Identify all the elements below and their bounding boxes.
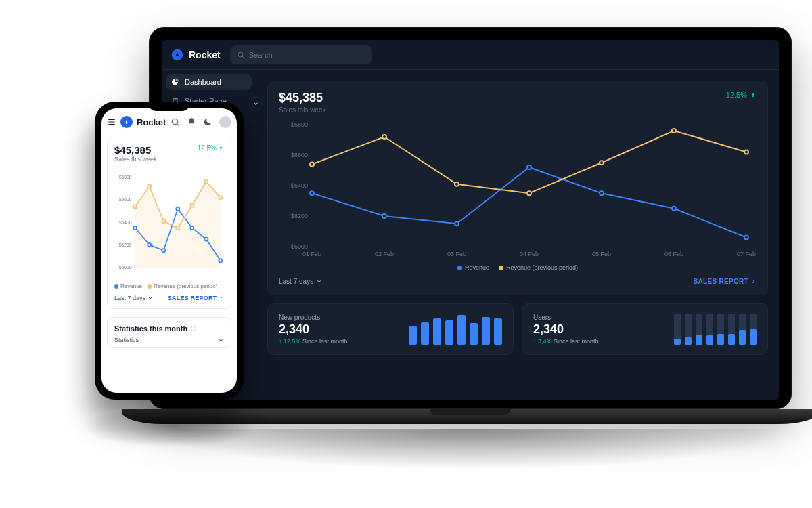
mobile-topbar: Rocket — [102, 108, 237, 133]
stats-row: New products 2,340 ↑ 12.5% Since last mo… — [267, 303, 768, 355]
chevron-down-icon — [148, 295, 153, 301]
mobile-statistics-card: Statistics this month Statistics — [107, 317, 231, 348]
sales-amount: $45,385 — [279, 91, 325, 105]
svg-text:$6800: $6800 — [291, 121, 308, 128]
sales-chart: $6000$6200$6400$6600$680001 Feb02 Feb03 … — [279, 119, 757, 261]
sales-report-link[interactable]: SALES REPORT — [168, 295, 224, 301]
svg-text:$6600: $6600 — [291, 152, 308, 158]
sidebar-collapse-button[interactable] — [249, 97, 263, 110]
svg-text:$6800: $6800 — [119, 175, 132, 179]
sales-report-link[interactable]: SALES REPORT — [694, 278, 757, 285]
svg-point-43 — [148, 184, 151, 188]
svg-point-25 — [527, 191, 531, 195]
stat-sub: ↑ 3,4% Since last month — [533, 338, 599, 345]
pie-icon — [171, 78, 179, 86]
search-icon[interactable] — [171, 117, 180, 127]
main: $45,385 Sales this week 12.5% $6000$6200… — [256, 70, 779, 400]
phone-screen: Rocket $45,385 Sales this week 12.5% — [102, 108, 237, 393]
range-select[interactable]: Last 7 days — [279, 278, 322, 285]
sidebar-item-label: Dashboard — [185, 78, 221, 86]
stats-select[interactable]: Statistics — [114, 337, 224, 343]
svg-point-41 — [219, 259, 222, 262]
bell-icon[interactable] — [187, 117, 196, 127]
brand[interactable]: Rocket — [171, 49, 221, 61]
chevron-down-icon — [218, 337, 224, 343]
phone-shadow — [81, 406, 257, 447]
svg-point-20 — [672, 207, 676, 211]
svg-text:03 Feb: 03 Feb — [447, 251, 466, 257]
svg-point-48 — [219, 196, 222, 199]
chevron-right-icon — [219, 295, 224, 300]
sales-delta: 12.5% — [198, 144, 224, 152]
sales-delta: 12.5% — [726, 91, 757, 99]
svg-point-22 — [310, 163, 314, 167]
svg-text:$6200: $6200 — [119, 242, 132, 247]
laptop-device: Rocket Search Dashboard Starter Page — [149, 27, 792, 470]
moon-icon[interactable] — [203, 117, 212, 127]
svg-point-17 — [455, 221, 459, 226]
svg-point-38 — [176, 207, 179, 211]
svg-point-40 — [204, 238, 208, 241]
brand-name: Rocket — [189, 49, 221, 60]
search-input[interactable]: Search — [230, 45, 372, 64]
laptop-screen: Rocket Search Dashboard Starter Page — [162, 40, 779, 400]
stat-title: New products — [279, 314, 348, 321]
phone-device: Rocket $45,385 Sales this week 12.5% — [95, 102, 244, 400]
svg-text:$6600: $6600 — [119, 197, 132, 202]
svg-point-28 — [744, 150, 748, 154]
svg-text:01 Feb: 01 Feb — [302, 251, 321, 257]
svg-point-42 — [133, 205, 137, 208]
svg-point-35 — [133, 226, 137, 230]
svg-point-19 — [600, 191, 604, 195]
sales-amount: $45,385 — [114, 144, 157, 156]
svg-point-16 — [382, 214, 386, 218]
svg-point-37 — [162, 249, 165, 252]
svg-text:$6000: $6000 — [291, 243, 308, 250]
legend-prev: Revenue (previous period) — [148, 283, 217, 289]
sidebar-item-dashboard[interactable]: Dashboard — [166, 74, 252, 90]
rocket-logo-icon — [171, 49, 183, 61]
arrow-up-icon — [218, 145, 224, 151]
chevron-down-icon — [316, 278, 322, 284]
svg-text:$6000: $6000 — [119, 265, 132, 270]
svg-point-47 — [204, 180, 208, 184]
users-card: Users 2,340 ↑ 3,4% Since last month — [522, 303, 768, 355]
chevron-down-icon — [252, 100, 259, 107]
svg-point-26 — [600, 161, 604, 165]
chevron-right-icon — [750, 278, 757, 284]
legend-prev: Revenue (previous period) — [499, 264, 578, 271]
svg-text:05 Feb: 05 Feb — [592, 251, 611, 257]
mobile-sales-chart: $6000$6200$6400$6600$6800 — [114, 165, 224, 280]
info-icon[interactable] — [190, 325, 197, 332]
brand-name: Rocket — [137, 117, 166, 127]
legend-revenue: Revenue — [457, 264, 489, 271]
rocket-logo-icon — [120, 116, 133, 128]
legend-revenue: Revenue — [114, 283, 142, 289]
svg-text:$6200: $6200 — [291, 213, 308, 219]
svg-point-29 — [172, 119, 177, 124]
svg-point-27 — [672, 129, 676, 133]
search-placeholder: Search — [249, 51, 273, 59]
menu-icon[interactable] — [107, 117, 116, 127]
svg-point-45 — [176, 226, 179, 230]
svg-point-44 — [162, 219, 165, 223]
stat-sub: ↑ 12.5% Since last month — [279, 338, 348, 345]
svg-point-15 — [310, 191, 314, 195]
avatar[interactable] — [219, 116, 231, 128]
users-sparkline — [674, 314, 757, 345]
mobile-legend: Revenue Revenue (previous period) — [114, 283, 224, 289]
arrow-up-icon — [750, 91, 757, 98]
products-sparkline — [409, 314, 502, 345]
svg-point-36 — [148, 243, 151, 247]
mobile-sales-card: $45,385 Sales this week 12.5% $6000$6200… — [107, 137, 231, 309]
svg-text:04 Feb: 04 Feb — [520, 251, 539, 257]
sales-card: $45,385 Sales this week 12.5% $6000$6200… — [267, 81, 768, 295]
svg-point-39 — [190, 226, 194, 230]
new-products-card: New products 2,340 ↑ 12.5% Since last mo… — [267, 303, 514, 355]
svg-point-24 — [455, 182, 459, 186]
svg-point-46 — [190, 204, 194, 207]
stats-heading: Statistics this month — [114, 324, 224, 333]
svg-point-18 — [527, 165, 531, 169]
laptop-bezel: Rocket Search Dashboard Starter Page — [149, 27, 792, 409]
range-select[interactable]: Last 7 days — [114, 295, 153, 301]
